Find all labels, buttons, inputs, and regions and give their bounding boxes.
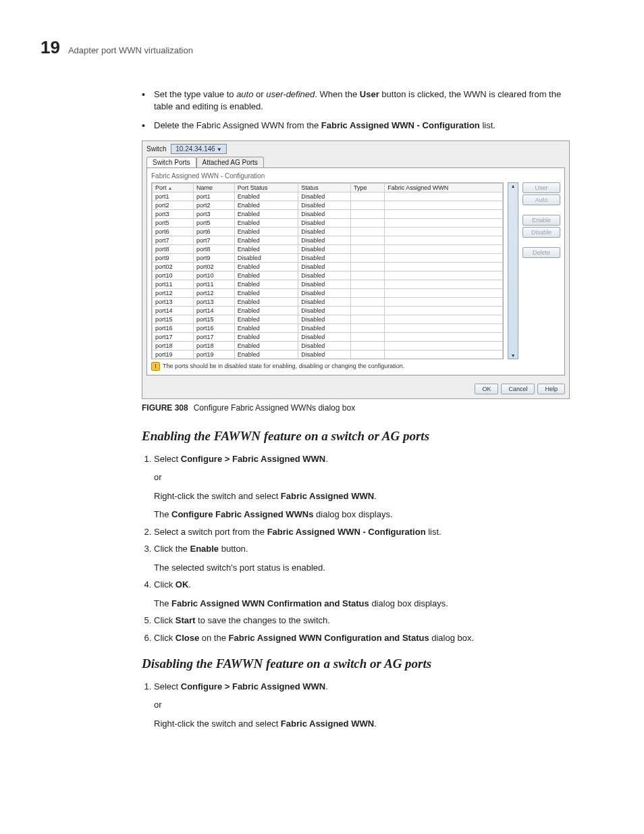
table-row[interactable]: port2port2EnabledDisabled — [153, 201, 503, 209]
table-row[interactable]: port7port7EnabledDisabled — [153, 236, 503, 244]
column-header[interactable]: Status — [298, 183, 351, 192]
list-item: Set the type value to auto or user-defin… — [142, 88, 570, 113]
enable-steps: Select Configure > Fabric Assigned WWN. … — [142, 453, 570, 644]
table-row[interactable]: port02port02EnabledDisabled — [153, 262, 503, 271]
list-item: Select Configure > Fabric Assigned WWN. … — [154, 453, 570, 521]
list-item: Select Configure > Fabric Assigned WWN. … — [154, 681, 570, 730]
scrollbar[interactable]: ▴ ▾ — [508, 182, 518, 359]
tab-switch-ports[interactable]: Switch Ports — [146, 157, 196, 167]
help-button[interactable]: Help — [537, 384, 565, 394]
list-item: Click the Enable button. The selected sw… — [154, 543, 570, 573]
dialog-figure: Switch 10.24.34.146 Switch Ports Attache… — [142, 140, 570, 399]
intro-bullet-list: Set the type value to auto or user-defin… — [142, 88, 570, 132]
user-button[interactable]: User — [522, 182, 560, 193]
section-heading: Enabling the FAWWN feature on a switch o… — [142, 429, 570, 444]
disable-button[interactable]: Disable — [522, 227, 560, 238]
table-row[interactable]: port8port8EnabledDisabled — [153, 244, 503, 253]
table-row[interactable]: port15port15EnabledDisabled — [153, 315, 503, 323]
table-row[interactable]: port10port10EnabledDisabled — [153, 271, 503, 280]
enable-button[interactable]: Enable — [522, 215, 560, 226]
table-row[interactable]: port5port5EnabledDisabled — [153, 218, 503, 227]
table-row[interactable]: port6port6EnabledDisabled — [153, 227, 503, 236]
column-header[interactable]: Name — [193, 183, 234, 192]
table-row[interactable]: port17port17EnabledDisabled — [153, 332, 503, 341]
list-item: Delete the Fabric Assigned WWN from the … — [142, 120, 570, 132]
section-title: Adapter port WWN virtualization — [68, 45, 193, 55]
warning-icon — [151, 362, 160, 371]
figure-caption: FIGURE 308Configure Fabric Assigned WWNs… — [142, 403, 570, 413]
scroll-down-icon[interactable]: ▾ — [512, 353, 514, 359]
list-item: Select a switch port from the Fabric Ass… — [154, 526, 570, 538]
list-item: Click Close on the Fabric Assigned WWN C… — [154, 632, 570, 644]
table-row[interactable]: port9port9DisabledDisabled — [153, 253, 503, 262]
scroll-up-icon[interactable]: ▴ — [512, 183, 514, 189]
panel-title: Fabric Assigned WWN - Configuration — [151, 172, 560, 180]
config-table[interactable]: PortNamePort StatusStatusTypeFabric Assi… — [151, 182, 504, 359]
table-row[interactable]: port18port18EnabledDisabled — [153, 341, 503, 350]
table-row[interactable]: port11port11EnabledDisabled — [153, 280, 503, 288]
table-row[interactable]: port12port12EnabledDisabled — [153, 288, 503, 297]
column-header[interactable]: Port Status — [234, 183, 298, 192]
column-header[interactable]: Fabric Assigned WWN — [385, 183, 503, 192]
auto-button[interactable]: Auto — [522, 194, 560, 205]
disable-steps: Select Configure > Fabric Assigned WWN. … — [142, 681, 570, 730]
table-row[interactable]: port16port16EnabledDisabled — [153, 323, 503, 332]
page-number: 19 — [41, 37, 60, 58]
column-header[interactable]: Type — [350, 183, 384, 192]
cancel-button[interactable]: Cancel — [501, 384, 535, 394]
table-row[interactable]: port20port20EnabledDisabled — [153, 359, 503, 359]
table-row[interactable]: port3port3EnabledDisabled — [153, 209, 503, 218]
table-row[interactable]: port1port1EnabledDisabled — [153, 192, 503, 201]
column-header[interactable]: Port — [153, 183, 194, 192]
list-item: Click OK. The Fabric Assigned WWN Confir… — [154, 579, 570, 609]
table-row[interactable]: port19port19EnabledDisabled — [153, 350, 503, 359]
note-bar: The ports should be in disabled state fo… — [151, 362, 560, 371]
section-heading: Disabling the FAWWN feature on a switch … — [142, 656, 570, 671]
table-row[interactable]: port13port13EnabledDisabled — [153, 297, 503, 306]
switch-dropdown[interactable]: 10.24.34.146 — [171, 144, 227, 154]
tab-attached-ag-ports[interactable]: Attached AG Ports — [196, 157, 264, 167]
ok-button[interactable]: OK — [475, 384, 498, 394]
switch-label: Switch — [146, 145, 166, 153]
page-header: 19 Adapter port WWN virtualization — [41, 37, 603, 58]
table-row[interactable]: port14port14EnabledDisabled — [153, 306, 503, 315]
list-item: Click Start to save the changes to the s… — [154, 615, 570, 627]
delete-button[interactable]: Delete — [522, 247, 560, 258]
